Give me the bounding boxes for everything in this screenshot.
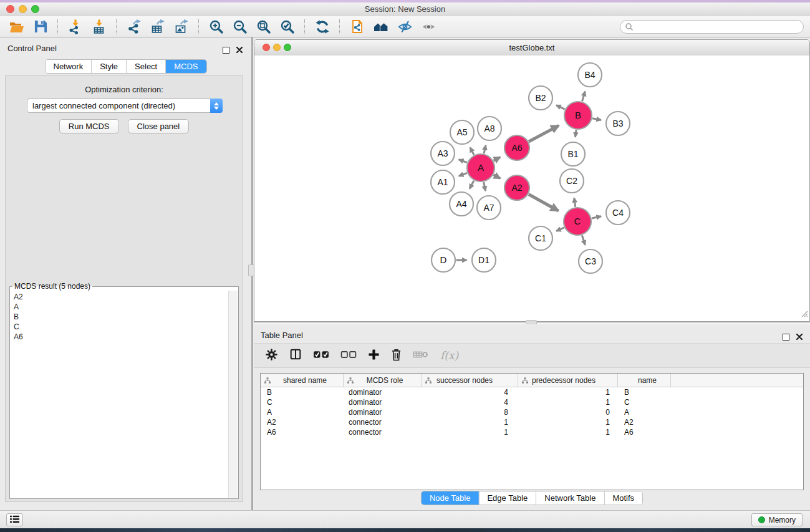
- table-cell[interactable]: 1: [518, 388, 618, 397]
- minimize-window-button[interactable]: [19, 5, 27, 13]
- tab-edge-table[interactable]: Edge Table: [478, 491, 536, 505]
- table-cell[interactable]: B: [261, 388, 344, 397]
- graph-edge-A-A2[interactable]: [494, 175, 500, 178]
- tab-style[interactable]: Style: [91, 60, 126, 73]
- table-cell[interactable]: A: [618, 408, 671, 417]
- graph-edge-A6-B[interactable]: [529, 125, 559, 142]
- graph-edge-A-A7[interactable]: [484, 182, 486, 191]
- graph-edge-A-A4[interactable]: [470, 181, 474, 189]
- table-cell[interactable]: connector: [344, 428, 422, 437]
- import-network-icon[interactable]: [65, 17, 85, 36]
- network-maximize-button[interactable]: [284, 44, 291, 51]
- table-cell[interactable]: 4: [422, 398, 518, 407]
- export-image-icon[interactable]: [171, 17, 191, 36]
- column-header-predecessor-nodes[interactable]: predecessor nodes: [518, 374, 618, 387]
- table-cell[interactable]: A: [261, 408, 344, 417]
- table-cell[interactable]: 1: [422, 428, 518, 437]
- table-row[interactable]: A6connector11A6: [261, 427, 803, 437]
- tab-mcds[interactable]: MCDS: [165, 60, 206, 73]
- open-session-icon[interactable]: [7, 17, 27, 36]
- tab-node-table[interactable]: Node Table: [422, 491, 479, 505]
- table-cell[interactable]: C: [618, 398, 671, 407]
- import-table-icon[interactable]: [89, 17, 109, 36]
- table-cell[interactable]: dominator: [344, 408, 422, 417]
- memory-button[interactable]: Memory: [751, 513, 803, 526]
- close-table-panel-icon[interactable]: [796, 331, 803, 342]
- refresh-icon[interactable]: [312, 17, 332, 36]
- mcds-result-item[interactable]: A2: [14, 292, 228, 302]
- table-cell[interactable]: 1: [518, 398, 618, 407]
- mcds-result-item[interactable]: A6: [14, 332, 228, 342]
- show-columns-icon[interactable]: [289, 347, 302, 364]
- network-window-titlebar[interactable]: testGlobe.txt: [254, 40, 809, 56]
- column-header-shared-name[interactable]: shared name: [261, 374, 344, 387]
- graph-edge-B-B4[interactable]: [582, 91, 586, 101]
- tab-motifs[interactable]: Motifs: [604, 491, 642, 505]
- table-cell[interactable]: B: [618, 388, 671, 397]
- resize-grip-icon[interactable]: [799, 309, 808, 320]
- table-row[interactable]: Adominator80A: [261, 407, 803, 417]
- search-input[interactable]: [620, 20, 804, 34]
- search-box[interactable]: [620, 20, 804, 34]
- table-cell[interactable]: dominator: [344, 388, 422, 397]
- criterion-select[interactable]: largest connected component (directed): [27, 99, 223, 113]
- zoom-fit-icon[interactable]: [254, 17, 274, 36]
- column-header-successor-nodes[interactable]: successor nodes: [422, 374, 518, 387]
- graph-edge-B-B3[interactable]: [592, 118, 601, 120]
- table-cell[interactable]: A2: [261, 418, 344, 427]
- network-document-icon[interactable]: [347, 17, 367, 36]
- task-history-button[interactable]: [6, 513, 23, 526]
- table-cell[interactable]: connector: [344, 418, 422, 427]
- tab-select[interactable]: Select: [126, 60, 165, 73]
- delete-table-icon[interactable]: [413, 349, 430, 362]
- table-cell[interactable]: C: [261, 398, 344, 407]
- run-mcds-button[interactable]: Run MCDS: [59, 119, 119, 133]
- graph-edge-A-A1[interactable]: [459, 173, 467, 176]
- network-graph[interactable]: ABCA6A2A1A3A4A5A7A8B1B2B3B4C1C2C3C4DD1: [254, 56, 809, 321]
- zoom-out-icon[interactable]: [230, 17, 250, 36]
- mcds-result-item[interactable]: B: [14, 312, 228, 322]
- mcds-result-item[interactable]: A: [14, 302, 228, 312]
- graph-edge-C-C3[interactable]: [582, 235, 585, 244]
- table-cell[interactable]: 1: [518, 428, 618, 437]
- select-all-rows-icon[interactable]: [313, 349, 330, 362]
- result-scrollbar[interactable]: [228, 291, 238, 498]
- tab-network-table[interactable]: Network Table: [536, 491, 604, 505]
- graph-edge-A-A8[interactable]: [484, 145, 486, 153]
- home-networks-icon[interactable]: [371, 17, 391, 36]
- zoom-in-icon[interactable]: [206, 17, 226, 36]
- table-cell[interactable]: 4: [422, 388, 518, 397]
- table-cell[interactable]: 0: [518, 408, 618, 417]
- table-cell[interactable]: 1: [518, 418, 618, 427]
- function-builder-icon[interactable]: f(x): [440, 349, 458, 362]
- graph-edge-A-A6[interactable]: [494, 157, 500, 161]
- table-cell[interactable]: A6: [618, 428, 671, 437]
- export-network-icon[interactable]: [124, 17, 144, 36]
- network-minimize-button[interactable]: [273, 44, 281, 51]
- graph-edge-A-A3[interactable]: [459, 160, 467, 163]
- save-session-icon[interactable]: [31, 17, 51, 36]
- add-column-icon[interactable]: [368, 349, 380, 363]
- hide-graphics-details-icon[interactable]: [395, 17, 415, 36]
- graph-edge-B-B1[interactable]: [576, 130, 576, 137]
- zoom-selected-icon[interactable]: [277, 17, 297, 36]
- close-panel-button[interactable]: Close panel: [128, 119, 190, 133]
- table-cell[interactable]: 1: [422, 418, 518, 427]
- graph-edge-A-A5[interactable]: [470, 147, 474, 155]
- close-window-button[interactable]: [6, 5, 14, 13]
- table-row[interactable]: Cdominator41C: [261, 397, 803, 407]
- table-row[interactable]: A2connector11A2: [261, 417, 803, 427]
- graph-edge-C-C1[interactable]: [556, 228, 564, 231]
- network-canvas[interactable]: ABCA6A2A1A3A4A5A7A8B1B2B3B4C1C2C3C4DD1: [254, 56, 809, 321]
- show-graphics-details-icon[interactable]: [418, 17, 438, 36]
- network-close-button[interactable]: [263, 44, 270, 51]
- tab-network[interactable]: Network: [45, 60, 91, 73]
- table-cell[interactable]: dominator: [344, 398, 422, 407]
- mcds-result-item[interactable]: C: [14, 322, 228, 332]
- deselect-all-rows-icon[interactable]: [340, 349, 357, 362]
- column-header-mcds-role[interactable]: MCDS role: [344, 374, 422, 387]
- close-panel-icon[interactable]: [236, 44, 243, 56]
- float-table-panel-icon[interactable]: [783, 334, 789, 341]
- table-cell[interactable]: A2: [618, 418, 671, 427]
- graph-edge-C-C4[interactable]: [592, 216, 601, 218]
